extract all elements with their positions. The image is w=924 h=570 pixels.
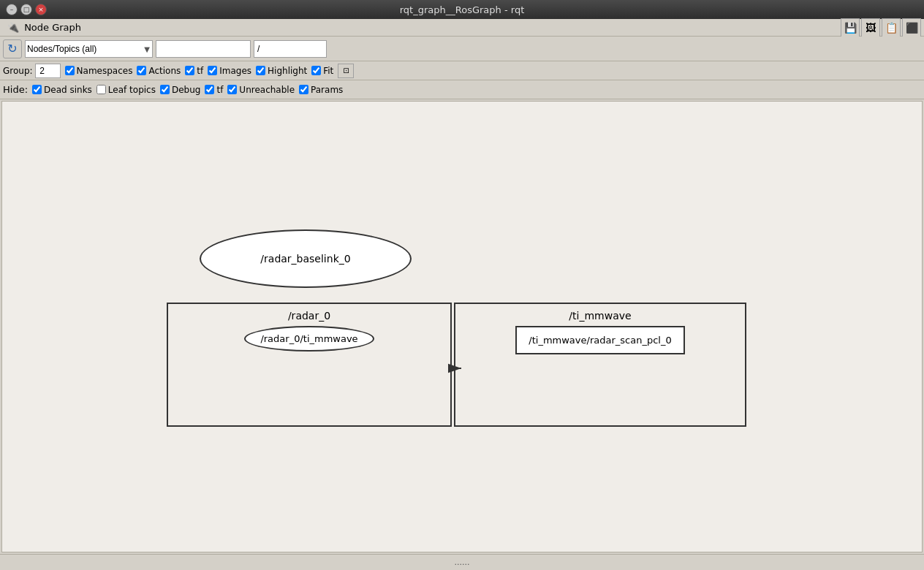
app-container: 🔌 Node Graph 💾 🖼 📋 ⬛ ↻ Nodes only Nodes/… [0, 19, 924, 570]
tf-option[interactable]: tf [185, 66, 203, 76]
fullscreen-icon-button[interactable]: ⬛ [902, 18, 921, 37]
display-mode-dropdown[interactable]: Nodes only Nodes/Topics (all) Nodes/Topi… [25, 40, 153, 58]
unreachable-label: Unreachable [239, 85, 295, 95]
dead-sinks-checkbox[interactable] [32, 85, 42, 94]
save-icon-button[interactable]: 💾 [841, 18, 860, 37]
hide-tf-option[interactable]: tf [205, 85, 223, 95]
tf-label: tf [197, 66, 203, 76]
window-title: rqt_graph__RosGraph - rqt [50, 4, 874, 15]
toolbar-right: 💾 🖼 📋 ⬛ [841, 18, 921, 37]
close-button[interactable]: × [35, 4, 47, 15]
leaf-topics-checkbox[interactable] [96, 85, 106, 94]
fit-button[interactable]: ⊡ [338, 64, 354, 78]
highlight-option[interactable]: Highlight [256, 66, 307, 76]
actions-label: Actions [148, 66, 181, 76]
namespaces-label: Namespaces [77, 66, 133, 76]
images-option[interactable]: Images [208, 66, 251, 76]
graph-canvas[interactable]: /radar_baselink_0 /radar_0 /radar_0/ti_m… [1, 101, 923, 552]
ti-mmwave-sub-node[interactable]: /ti_mmwave/radar_scan_pcl_0 [515, 326, 684, 354]
hide-label: Hide: [3, 84, 28, 95]
ti-mmwave-namespace-box[interactable]: /ti_mmwave /ti_mmwave/radar_scan_pcl_0 [454, 303, 746, 427]
radar-0-topic-label: /radar_0/ti_mmwave [260, 333, 357, 344]
debug-option[interactable]: Debug [160, 85, 200, 95]
status-text: ...... [455, 558, 470, 567]
radar-0-topic-node[interactable]: /radar_0/ti_mmwave [244, 326, 374, 352]
maximize-button[interactable]: □ [20, 4, 32, 15]
plugin-icon: 🔌 [7, 22, 19, 33]
namespaces-option[interactable]: Namespaces [65, 66, 133, 76]
hide-tf-label: tf [216, 85, 223, 95]
screenshot-icon-button[interactable]: 🖼 [861, 18, 880, 37]
highlight-label: Highlight [268, 66, 307, 76]
radar-0-namespace-box[interactable]: /radar_0 /radar_0/ti_mmwave [167, 303, 452, 427]
toolbar-row1: ↻ Nodes only Nodes/Topics (all) Nodes/To… [0, 37, 924, 61]
radar-baselink-node[interactable]: /radar_baselink_0 [200, 229, 412, 288]
namespace-input[interactable] [254, 40, 327, 58]
ti-mmwave-sub-label: /ti_mmwave/radar_scan_pcl_0 [529, 335, 671, 346]
actions-option[interactable]: Actions [137, 66, 181, 76]
dead-sinks-label: Dead sinks [44, 85, 92, 95]
copy-icon-button[interactable]: 📋 [882, 18, 901, 37]
group-label: Group: [3, 66, 33, 76]
fit-checkbox[interactable] [311, 66, 321, 75]
menubar: 🔌 Node Graph 💾 🖼 📋 ⬛ [0, 19, 924, 37]
leaf-topics-label: Leaf topics [108, 85, 156, 95]
menu-node-graph[interactable]: 🔌 Node Graph [3, 20, 86, 34]
toolbar-row3: Hide: Dead sinks Leaf topics Debug tf Un… [0, 80, 924, 99]
group-spinbox[interactable] [35, 64, 61, 78]
group-option: Group: [3, 64, 61, 78]
actions-checkbox[interactable] [137, 66, 146, 75]
debug-checkbox[interactable] [160, 85, 170, 94]
ti-mmwave-box-title: /ti_mmwave [569, 310, 631, 322]
images-label: Images [219, 66, 251, 76]
images-checkbox[interactable] [208, 66, 217, 75]
toolbar-row2: Group: Namespaces Actions tf Images High… [0, 61, 924, 80]
highlight-checkbox[interactable] [256, 66, 265, 75]
leaf-topics-option[interactable]: Leaf topics [96, 85, 156, 95]
hide-tf-checkbox[interactable] [205, 85, 214, 94]
params-label: Params [311, 85, 343, 95]
params-checkbox[interactable] [299, 85, 308, 94]
params-option[interactable]: Params [299, 85, 343, 95]
fit-label: Fit [323, 66, 333, 76]
statusbar: ...... [0, 554, 924, 570]
fit-option[interactable]: Fit [311, 66, 333, 76]
radar-baselink-label: /radar_baselink_0 [260, 253, 350, 265]
dead-sinks-option[interactable]: Dead sinks [32, 85, 92, 95]
unreachable-checkbox[interactable] [227, 85, 237, 94]
minimize-button[interactable]: – [6, 4, 18, 15]
tf-checkbox[interactable] [185, 66, 194, 75]
titlebar: – □ × rqt_graph__RosGraph - rqt [0, 0, 924, 19]
unreachable-option[interactable]: Unreachable [227, 85, 295, 95]
filter-input[interactable] [156, 40, 251, 58]
debug-label: Debug [172, 85, 200, 95]
graph-container: /radar_baselink_0 /radar_0 /radar_0/ti_m… [2, 102, 922, 552]
refresh-button[interactable]: ↻ [3, 39, 22, 58]
display-mode-wrapper: Nodes only Nodes/Topics (all) Nodes/Topi… [25, 40, 153, 58]
namespaces-checkbox[interactable] [65, 66, 75, 75]
radar-0-box-title: /radar_0 [288, 310, 330, 322]
